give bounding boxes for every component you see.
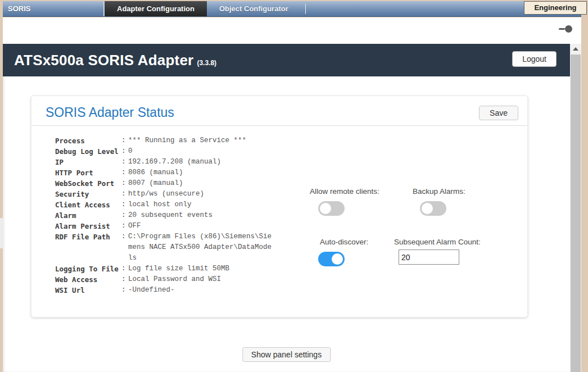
scrollbar[interactable] [570, 44, 581, 372]
page-header: ATSx500a SORIS Adapter (3.3.8) Logout [3, 44, 570, 76]
left-panel-handle[interactable] [0, 218, 3, 248]
status-block: Process*** Running as a Service *** Debu… [55, 135, 272, 296]
status-field-row: WebSocket Port8007 (manual) [55, 178, 272, 189]
field-value: C:\Program Files (x86)\Siemens\Sie mens … [128, 232, 272, 264]
tab-adapter-configuration[interactable]: Adapter Configuration [103, 1, 207, 16]
field-label: IP [55, 157, 121, 167]
status-field-row: Debug Log Level0 [55, 146, 272, 157]
status-field-row: HTTP Port8086 (manual) [55, 167, 272, 178]
field-label: RDF File Path [55, 232, 121, 264]
title-divider [31, 125, 527, 126]
page-version: (3.3.8) [197, 53, 216, 67]
field-value: 8086 (manual) [128, 167, 183, 178]
allow-remote-clients-toggle[interactable] [318, 201, 345, 216]
tab-object-configurator[interactable]: Object Configurator [207, 1, 301, 16]
pin-icon[interactable] [559, 25, 572, 33]
field-value: http/ws (unsecure) [128, 189, 204, 199]
field-colon [121, 221, 128, 232]
field-colon [121, 264, 128, 274]
field-value: 8007 (manual) [128, 178, 183, 189]
field-label: Process [55, 135, 121, 146]
field-label: Web Access [55, 274, 121, 285]
auto-discover-toggle[interactable] [318, 252, 345, 266]
field-colon [121, 135, 128, 146]
status-field-row: Process*** Running as a Service *** [55, 135, 272, 146]
field-label: Security [55, 189, 121, 199]
scroll-up-arrow[interactable] [570, 44, 581, 53]
field-colon [121, 199, 128, 210]
content-region: ATSx500a SORIS Adapter (3.3.8) Logout SO… [3, 44, 570, 372]
page-title: ATSx500a SORIS Adapter [14, 52, 193, 69]
subsequent-alarm-count-label: Subsequent Alarm Count: [394, 238, 481, 246]
allow-remote-clients-label: Allow remote clients: [310, 187, 379, 196]
auto-discover-label: Auto-discover: [320, 238, 368, 246]
status-field-row: RDF File PathC:\Program Files (x86)\Siem… [55, 232, 272, 264]
scrollbar-thumb[interactable] [571, 55, 581, 372]
field-colon [121, 274, 128, 285]
backup-alarms-toggle[interactable] [420, 201, 446, 216]
status-field-row: Alarm20 subsequent events [55, 210, 272, 221]
field-colon [121, 157, 128, 167]
field-colon [121, 210, 128, 221]
field-value: -Undefined- [128, 285, 175, 296]
field-label: WebSocket Port [55, 178, 121, 189]
field-value: Log file size limit 50MB [128, 264, 229, 274]
field-label: Alarm Persist [55, 221, 121, 232]
field-label: Debug Log Level [55, 146, 121, 157]
save-button[interactable]: Save [479, 106, 518, 120]
main-area: SORIS Adapter Status Save Process*** Run… [3, 76, 570, 372]
backup-alarms-label: Backup Alarms: [413, 187, 465, 196]
field-colon [121, 178, 128, 189]
card-title: SORIS Adapter Status [46, 105, 174, 120]
field-colon [121, 189, 128, 199]
field-value: local host only [128, 199, 192, 210]
field-value: 192.169.7.208 (manual) [128, 157, 221, 167]
show-panel-settings-button[interactable]: Show panel settings [242, 347, 331, 362]
field-colon [121, 146, 128, 157]
toolbar-strip [3, 17, 581, 44]
top-nav-bar: SORIS Adapter Configuration Object Confi… [3, 1, 581, 17]
field-label: WSI Url [55, 285, 121, 296]
status-field-row: IP192.169.7.208 (manual) [55, 157, 272, 167]
status-field-row: WSI Url-Undefined- [55, 285, 272, 296]
status-field-row: Web AccessLocal Password and WSI [55, 274, 272, 285]
status-field-row: Client Accesslocal host only [55, 199, 272, 210]
soris-adapter-status-card: SORIS Adapter Status Save Process*** Run… [31, 96, 528, 317]
subsequent-alarm-count-input[interactable] [399, 249, 459, 265]
status-field-row: Securityhttp/ws (unsecure) [55, 189, 272, 199]
field-label: HTTP Port [55, 167, 121, 178]
status-field-row: Logging To FileLog file size limit 50MB [55, 264, 272, 274]
tab-divider [305, 4, 306, 14]
field-label: Client Access [55, 199, 121, 210]
field-value: *** Running as a Service *** [128, 135, 246, 146]
status-field-row: Alarm PersistOFF [55, 221, 272, 232]
engineering-button[interactable]: Engineering [524, 1, 587, 15]
field-value: 20 subsequent events [128, 210, 212, 221]
field-colon [121, 232, 128, 264]
field-label: Alarm [55, 210, 121, 221]
brand-soris: SORIS [3, 1, 103, 16]
field-value: OFF [128, 221, 141, 232]
field-label: Logging To File [55, 264, 121, 274]
field-value: 0 [128, 146, 133, 157]
field-colon [121, 285, 128, 296]
field-value: Local Password and WSI [128, 274, 221, 285]
field-colon [121, 167, 128, 178]
logout-button[interactable]: Logout [512, 51, 557, 67]
